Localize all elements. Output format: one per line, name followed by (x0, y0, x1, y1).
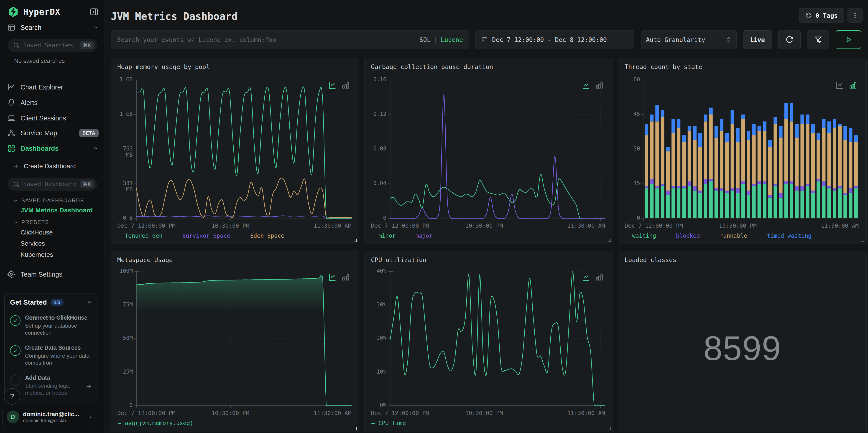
legend-swatch: — (625, 233, 628, 239)
progress-badge: 2/3 (51, 299, 64, 306)
saved-dashboards-header[interactable]: SAVED DASHBOARDS (13, 197, 84, 204)
x-axis-label: 10:30:00 PM (212, 410, 249, 416)
resize-handle[interactable] (354, 427, 357, 430)
dashboard-link-kubernetes[interactable]: Kubernetes (21, 251, 53, 260)
panel-cpu-utilization: CPU utilization Dec 7 12:00:00 PM 10:30:… (364, 251, 613, 432)
line-chart-icon[interactable] (582, 81, 590, 90)
legend-item[interactable]: —minor (371, 233, 396, 239)
legend-item[interactable]: —timed_waiting (760, 233, 811, 239)
sidebar-item-alerts[interactable]: Alerts (7, 97, 99, 109)
bar-chart-icon[interactable] (341, 81, 350, 90)
live-button[interactable]: Live (743, 30, 772, 49)
tags-button[interactable]: 0 Tags (799, 8, 844, 23)
divider (0, 34, 104, 34)
more-options-button[interactable] (847, 8, 863, 23)
bar-chart-icon[interactable] (595, 273, 603, 282)
get-started-step-sources[interactable]: Create Data Sources Configure where your… (10, 344, 92, 366)
bar-chart-icon[interactable] (341, 273, 350, 282)
dashboard-link-services[interactable]: Services (21, 240, 45, 249)
get-started-step-connect[interactable]: Connect to ClickHouse Set up your databa… (10, 314, 92, 336)
metaspace-chart[interactable] (136, 271, 351, 406)
legend-item[interactable]: —Survivor Space (175, 233, 230, 239)
laptop-icon (7, 114, 16, 122)
y-axis-label: 100M (113, 268, 133, 274)
panel-title: CPU utilization (371, 256, 427, 264)
help-button[interactable]: ? (4, 388, 20, 405)
legend-item[interactable]: —Eden Space (243, 233, 284, 239)
line-chart-icon[interactable] (328, 273, 337, 282)
sidebar-item-client-sessions[interactable]: Client Sessions (7, 113, 99, 124)
legend-item[interactable]: —waiting (625, 233, 656, 239)
view-toggle (582, 81, 603, 90)
saved-searches-input[interactable]: Saved Searches ⌘K (8, 39, 97, 52)
legend-item[interactable]: —Tenured Gen (118, 233, 162, 239)
collapse-sidebar-icon[interactable] (90, 7, 99, 17)
sidebar-item-label: Client Sessions (21, 115, 99, 122)
legend-item[interactable]: —blocked (669, 233, 700, 239)
line-chart-icon[interactable] (328, 81, 337, 90)
refresh-button[interactable] (778, 30, 801, 49)
sidebar-item-service-map[interactable]: Service Map BETA (7, 127, 99, 138)
chevron-up-icon[interactable] (86, 299, 92, 305)
resize-handle[interactable] (861, 239, 864, 242)
sidebar-item-dashboards[interactable]: Dashboards (7, 143, 99, 154)
sidebar-item-chart-explorer[interactable]: Chart Explorer (7, 82, 99, 93)
filter-bar: Search your events w/ Lucene ex. column:… (111, 30, 861, 49)
saved-dashboards-input[interactable]: Saved Dashboards ⌘K (8, 178, 97, 191)
run-query-button[interactable] (836, 30, 861, 49)
resize-handle[interactable] (354, 239, 357, 242)
legend-item[interactable]: —major (408, 233, 432, 239)
lucene-toggle[interactable]: Lucene (441, 36, 463, 43)
user-menu[interactable]: D dominic.tran@clic... dominic.tran@clic… (2, 407, 98, 427)
cpu-utilization-chart[interactable] (390, 271, 605, 406)
gc-pause-chart[interactable] (390, 80, 605, 218)
filter-edit-button[interactable] (807, 30, 829, 49)
get-started-header[interactable]: Get Started 2/3 (10, 299, 92, 306)
event-search-input[interactable]: Search your events w/ Lucene ex. column:… (111, 30, 469, 49)
legend-swatch: — (371, 420, 375, 426)
legend-item[interactable]: —avg(jvm.memory.used) (118, 420, 193, 426)
resize-handle[interactable] (861, 427, 864, 430)
sql-toggle[interactable]: SQL (420, 36, 431, 43)
y-axis-label: 0.04 (366, 180, 386, 186)
dashboards-grid-icon (7, 144, 16, 153)
y-axis-label: 1 GB (113, 76, 133, 83)
dashboard-link-jvm-metrics[interactable]: JVM Metrics Dashboard (21, 207, 93, 215)
x-axis-label: 10:30:00 PM (719, 222, 757, 229)
legend-label: Tenured Gen (125, 233, 162, 239)
create-dashboard-button[interactable]: Create Dashboard (13, 161, 76, 172)
legend-item[interactable]: —runnable (713, 233, 747, 239)
legend-item[interactable]: —CPU time (371, 420, 406, 426)
sidebar-item-team-settings[interactable]: Team Settings (7, 269, 99, 280)
y-axis-label: 30% (366, 302, 386, 308)
line-chart-icon[interactable] (582, 273, 590, 282)
y-axis-label: 0.08 (366, 146, 386, 152)
resize-handle[interactable] (608, 239, 611, 242)
panel-gc-pause: Garbage collection pause duration Dec 7 … (364, 58, 613, 244)
section-header-label: SAVED DASHBOARDS (22, 197, 84, 204)
hyperdx-logo-icon[interactable] (7, 6, 19, 18)
logo-row: HyperDX (7, 5, 99, 19)
sidebar-item-search[interactable]: Search (7, 22, 99, 33)
bar-chart-icon[interactable] (849, 81, 857, 90)
date-range-picker[interactable]: Dec 7 12:00:00 - Dec 8 12:00:00 (475, 30, 634, 49)
legend-label: runnable (720, 233, 747, 239)
x-axis-label: Dec 7 12:00:00 PM (371, 222, 429, 229)
avatar: D (7, 410, 19, 423)
bar-chart-icon[interactable] (595, 81, 603, 90)
granularity-select[interactable]: Auto Granularity (641, 30, 737, 49)
no-saved-searches-text: No saved searches (14, 57, 65, 64)
tag-icon (805, 12, 812, 19)
y-axis-label: 1 GB (113, 111, 133, 117)
get-started-step-add-data[interactable]: Add Data Start sending logs, metrics, or… (10, 374, 92, 396)
thread-count-chart[interactable] (644, 80, 859, 218)
x-axis-label: Dec 7 12:00:00 PM (117, 410, 176, 416)
y-axis-label: 0 (366, 215, 386, 221)
line-chart-icon[interactable] (835, 81, 844, 90)
y-axis-label: 20% (366, 335, 386, 341)
x-axis-label: 11:30:00 AM (314, 410, 351, 416)
dashboard-link-clickhouse[interactable]: ClickHouse (21, 229, 53, 238)
heap-memory-chart[interactable] (136, 80, 351, 218)
resize-handle[interactable] (608, 427, 611, 430)
presets-header[interactable]: PRESETS (13, 219, 49, 225)
